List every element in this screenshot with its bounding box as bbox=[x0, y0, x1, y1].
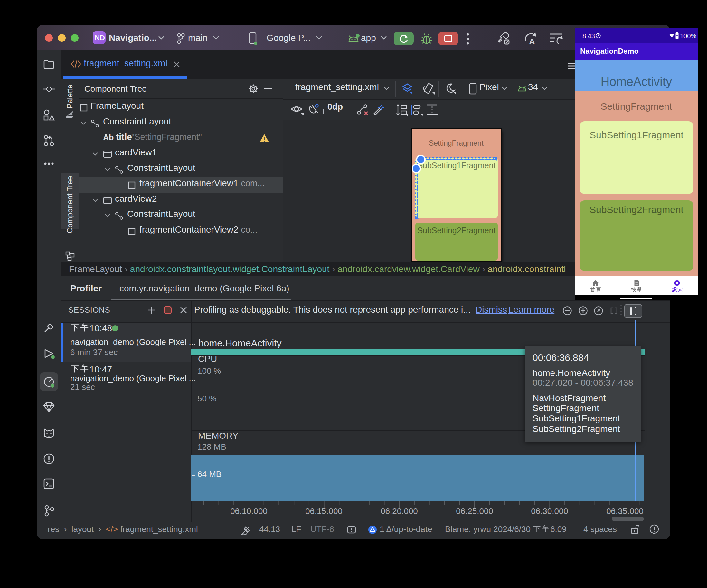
svg-text:A: A bbox=[529, 37, 535, 46]
